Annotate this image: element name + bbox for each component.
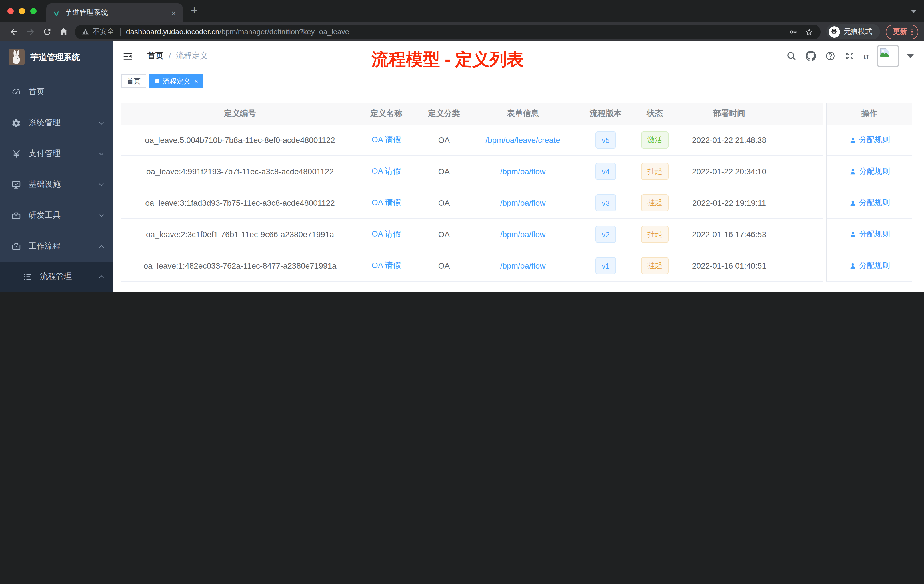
table-header: 定义编号定义名称定义分类表单信息流程版本状态部署时间操作 (121, 103, 912, 125)
definition-name-link[interactable]: OA 请假 (372, 261, 401, 271)
version-tag: v4 (596, 163, 616, 180)
tab-search-caret-icon[interactable] (911, 10, 917, 13)
github-icon[interactable] (805, 51, 816, 61)
url-path: /bpm/manager/definition?key=oa_leave (219, 27, 350, 36)
assign-rule-link[interactable]: 分配规则 (849, 198, 890, 208)
sidebar-item[interactable]: 首页 (0, 77, 113, 107)
back-icon[interactable] (9, 27, 19, 36)
bookmark-star-icon[interactable] (804, 27, 813, 36)
chevron-down-icon (98, 181, 105, 188)
definition-name-link[interactable]: OA 请假 (372, 135, 401, 145)
assign-rule-link[interactable]: 分配规则 (849, 135, 890, 145)
gear-icon (12, 118, 21, 128)
app-logo[interactable]: 芋道管理系统 (0, 41, 113, 73)
category-cell: OA (414, 219, 474, 250)
table-row: oa_leave:4:991f2193-7b7f-11ec-a3c8-acde4… (121, 156, 912, 187)
status-tag: 挂起 (641, 163, 668, 180)
window-minimize-button[interactable] (19, 8, 25, 14)
assign-rule-link[interactable]: 分配规则 (849, 261, 890, 271)
definition-name-link[interactable]: OA 请假 (372, 198, 401, 208)
form-link[interactable]: /bpm/oa/leave/create (485, 135, 560, 145)
tab-title: 芋道管理系统 (65, 8, 170, 18)
sidebar-item[interactable]: 支付管理 (0, 138, 113, 169)
sidebar-item[interactable]: 工作流程 (0, 231, 113, 262)
breadcrumb-separator: / (168, 51, 171, 61)
browser-update-button[interactable]: 更新 (885, 24, 918, 39)
window-close-button[interactable] (7, 8, 14, 14)
sidebar-item[interactable]: 基础设施 (0, 169, 113, 200)
form-link[interactable]: /bpm/oa/flow (500, 261, 546, 270)
breadcrumb-home[interactable]: 首页 (147, 51, 163, 61)
search-icon[interactable] (786, 51, 796, 61)
deploy-time-cell: 2022-01-22 20:34:10 (670, 156, 789, 187)
user-icon (849, 231, 856, 238)
sidebar-item[interactable]: 研发工具 (0, 200, 113, 231)
form-link[interactable]: /bpm/oa/flow (500, 198, 546, 208)
toolbox-icon (12, 211, 21, 220)
column-header: 定义编号 (121, 103, 359, 125)
chevron-up-icon (98, 273, 105, 280)
column-header: 操作 (826, 103, 912, 125)
screen: 芋道管理系统 × + 不安全 dashboard.yudao.iocoder.c… (0, 0, 924, 292)
header-actions: tT (777, 45, 914, 67)
browser-menu-icon[interactable] (911, 28, 912, 35)
page-annotation: 流程模型 - 定义列表 (371, 48, 524, 71)
sidebar-item[interactable]: 系统管理 (0, 107, 113, 138)
table-row: oa_leave:1:482ec033-762a-11ec-8477-a2380… (121, 250, 912, 282)
app-header: 首页 / 流程定义 流程模型 - 定义列表 tT (113, 41, 924, 71)
tag-label: 流程定义 (163, 76, 190, 86)
form-link[interactable]: /bpm/oa/flow (500, 230, 546, 239)
broken-image-icon (879, 48, 890, 58)
category-cell: OA (414, 125, 474, 156)
sidebar-item[interactable]: 流程表单 (0, 292, 113, 292)
home-icon[interactable] (59, 27, 69, 36)
incognito-badge: 无痕模式 (826, 24, 880, 40)
table-row: oa_leave:2:3c1f0ef1-76b1-11ec-9c66-a2380… (121, 219, 912, 250)
font-size-icon[interactable]: tT (864, 51, 869, 61)
dashboard-icon (12, 87, 21, 97)
column-header: 流程版本 (571, 103, 640, 125)
tag-label: 首页 (127, 76, 140, 86)
tag-close-icon[interactable]: × (194, 78, 198, 84)
fullscreen-icon[interactable] (844, 51, 855, 61)
tag-item[interactable]: 首页 (121, 74, 146, 88)
address-bar[interactable]: 不安全 dashboard.yudao.iocoder.cn/bpm/manag… (75, 24, 820, 39)
yen-icon (12, 149, 21, 158)
chevron-down-icon (98, 150, 105, 157)
logo-rabbit-avatar (8, 49, 25, 65)
definition-name-link[interactable]: OA 请假 (372, 229, 401, 239)
new-tab-button[interactable]: + (191, 4, 198, 17)
breadcrumb: 首页 / 流程定义 (147, 51, 208, 61)
security-label[interactable]: 不安全 (92, 27, 114, 36)
assign-rule-link[interactable]: 分配规则 (849, 229, 890, 239)
reload-icon[interactable] (42, 27, 52, 36)
sidebar-collapse-icon[interactable] (122, 51, 133, 61)
tab-close-icon[interactable]: × (170, 8, 177, 18)
definition-name-link[interactable]: OA 请假 (372, 166, 401, 177)
briefcase-icon (12, 241, 21, 251)
assign-rule-link[interactable]: 分配规则 (849, 166, 890, 177)
app-title: 芋道管理系统 (30, 52, 80, 63)
status-tag: 挂起 (641, 194, 668, 211)
version-tag: v5 (596, 132, 616, 148)
definition-id-cell: oa_leave:4:991f2193-7b7f-11ec-a3c8-acde4… (121, 156, 359, 187)
table-row: oa_leave:5:004b710b-7b8a-11ec-8ef0-acde4… (121, 125, 912, 156)
status-tag: 激活 (641, 132, 668, 148)
table-body: oa_leave:5:004b710b-7b8a-11ec-8ef0-acde4… (121, 125, 912, 282)
deploy-time-cell: 2022-01-16 01:40:51 (670, 250, 789, 282)
tag-active[interactable]: 流程定义× (149, 74, 204, 88)
column-header: 表单信息 (474, 103, 571, 125)
avatar[interactable] (877, 45, 899, 67)
avatar-caret-icon[interactable] (907, 54, 914, 58)
omnibox-divider (120, 28, 120, 36)
chevron-down-icon (98, 212, 105, 219)
window-zoom-button[interactable] (30, 8, 36, 14)
password-key-icon[interactable] (788, 27, 797, 36)
forward-icon[interactable] (26, 27, 35, 36)
active-dot (155, 79, 159, 83)
sidebar-item[interactable]: 流程管理 (0, 262, 113, 292)
help-icon[interactable] (825, 51, 835, 61)
column-header: 定义分类 (414, 103, 474, 125)
form-link[interactable]: /bpm/oa/flow (500, 167, 546, 176)
browser-tab[interactable]: 芋道管理系统 × (46, 3, 183, 22)
